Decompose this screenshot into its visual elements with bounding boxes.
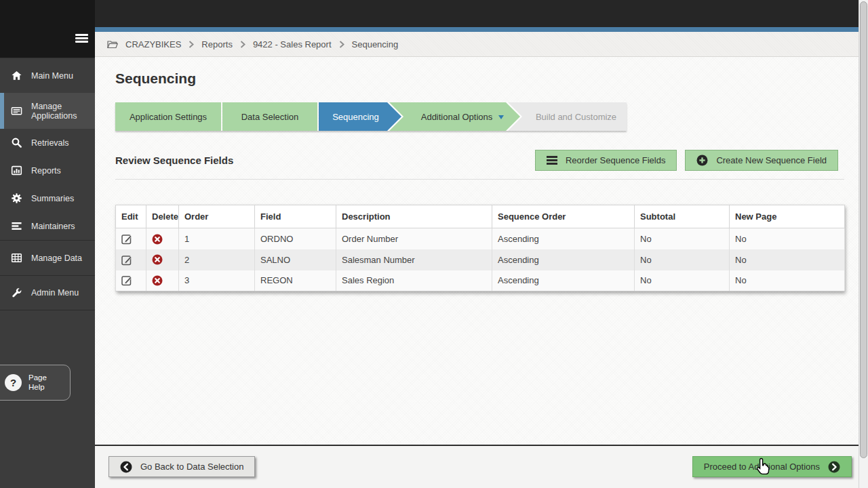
wizard-step-label: Application Settings — [130, 112, 207, 122]
wizard-step-label: Build and Customize — [536, 112, 616, 122]
breadcrumb: CRAZYBIKES Reports 9422 - Sales Report S… — [95, 32, 859, 57]
table-row: 1 ORDNO Order Number Ascending No No — [116, 228, 845, 249]
delete-icon[interactable] — [152, 275, 163, 286]
cell-order: 1 — [179, 228, 255, 249]
cell-description: Sales Region — [336, 270, 492, 291]
proceed-button[interactable]: Proceed to Additional Options — [692, 456, 852, 477]
cell-sequence-order: Ascending — [492, 228, 635, 249]
page-body: Sequencing Application Settings Data Sel… — [95, 57, 859, 445]
sidebar-item-manage-applications[interactable]: Manage Applications — [0, 93, 95, 129]
column-header-field: Field — [255, 205, 336, 228]
cell-field: SALNO — [255, 249, 336, 270]
sidebar-item-label: Main Menu — [31, 71, 73, 81]
table-row: 2 SALNO Salesman Number Ascending No No — [116, 249, 845, 270]
column-header-new-page: New Page — [730, 205, 845, 228]
table-row: 3 REGON Sales Region Ascending No No — [116, 270, 845, 291]
cell-subtotal: No — [635, 249, 730, 270]
footer-bar: Go Back to Data Selection Proceed to Add… — [95, 445, 859, 488]
chevron-right-icon — [240, 41, 245, 48]
reorder-icon — [547, 156, 557, 165]
column-header-subtotal: Subtotal — [635, 205, 730, 228]
breadcrumb-item-crazybikes[interactable]: CRAZYBIKES — [125, 39, 181, 49]
wizard-stepper: Application Settings Data Selection Sequ… — [115, 102, 627, 131]
breadcrumb-item-sales-report[interactable]: 9422 - Sales Report — [253, 39, 332, 49]
wizard-step-label: Data Selection — [241, 112, 299, 122]
create-new-sequence-field-button[interactable]: Create New Sequence Field — [685, 150, 838, 171]
plus-circle-icon — [696, 155, 708, 166]
reorder-sequence-fields-button[interactable]: Reorder Sequence Fields — [535, 150, 677, 171]
cell-order: 3 — [179, 270, 255, 291]
sidebar-item-main-menu[interactable]: Main Menu — [0, 58, 95, 93]
sidebar-item-summaries[interactable]: Summaries — [0, 184, 95, 212]
sidebar-item-reports[interactable]: Reports — [0, 157, 95, 184]
column-header-edit: Edit — [116, 205, 146, 228]
scrollbar-thumb[interactable] — [860, 1, 867, 458]
sidebar-item-retrievals[interactable]: Retrievals — [0, 129, 95, 157]
main-content: CRAZYBIKES Reports 9422 - Sales Report S… — [95, 27, 859, 488]
table-header-row: Edit Delete Order Field Description Sequ… — [116, 205, 845, 228]
search-icon — [9, 137, 23, 148]
page-help-label: Page Help — [28, 373, 53, 392]
button-label: Create New Sequence Field — [716, 155, 827, 165]
applications-icon — [9, 105, 23, 117]
section-heading: Review Sequence Fields — [115, 155, 233, 166]
delete-icon[interactable] — [152, 234, 163, 245]
circle-arrow-right-icon — [828, 461, 840, 473]
sidebar-item-manage-data[interactable]: Manage Data — [0, 240, 95, 275]
section-actions: Reorder Sequence Fields Create New Seque… — [535, 150, 838, 171]
page-help-button[interactable]: ? Page Help — [0, 365, 71, 401]
sidebar-item-label: Manage Applications — [31, 102, 91, 121]
breadcrumb-item-sequencing: Sequencing — [352, 39, 399, 49]
sidebar-item-admin-menu[interactable]: Admin Menu — [0, 275, 95, 310]
grid-icon — [9, 252, 23, 264]
vertical-scrollbar[interactable] — [859, 0, 868, 488]
wizard-step-sequencing: Sequencing — [319, 102, 403, 131]
cell-new-page: No — [730, 228, 845, 249]
sidebar-item-maintainers[interactable]: Maintainers — [0, 212, 95, 240]
chevron-right-icon — [189, 41, 194, 48]
cell-description: Salesman Number — [336, 249, 492, 270]
sidebar-header — [0, 0, 95, 58]
edit-icon[interactable] — [121, 254, 133, 266]
column-header-delete: Delete — [146, 205, 179, 228]
question-mark-icon: ? — [5, 374, 22, 391]
sidebar-item-label: Maintainers — [31, 222, 75, 231]
wizard-step-text: Additional Options — [421, 112, 493, 122]
top-bar — [95, 0, 859, 27]
breadcrumb-item-reports[interactable]: Reports — [201, 39, 233, 49]
cell-new-page: No — [730, 249, 845, 270]
cell-order: 2 — [179, 249, 255, 270]
sidebar: Main Menu Manage Applications Retrievals… — [0, 0, 95, 488]
cell-subtotal: No — [635, 270, 730, 291]
sequence-fields-table: Edit Delete Order Field Description Sequ… — [115, 205, 844, 291]
circle-arrow-left-icon — [120, 461, 132, 473]
cell-new-page: No — [730, 270, 845, 291]
button-label: Proceed to Additional Options — [704, 462, 820, 472]
sidebar-item-label: Manage Data — [31, 253, 82, 263]
cell-field: ORDNO — [255, 228, 336, 249]
button-label: Go Back to Data Selection — [140, 462, 243, 472]
page-title: Sequencing — [115, 70, 859, 87]
delete-icon[interactable] — [152, 254, 163, 265]
go-back-button[interactable]: Go Back to Data Selection — [108, 456, 255, 477]
wizard-step-application-settings[interactable]: Application Settings — [115, 102, 221, 131]
cell-subtotal: No — [635, 228, 730, 249]
edit-icon[interactable] — [121, 274, 133, 286]
wizard-step-build-and-customize: Build and Customize — [508, 102, 627, 131]
sidebar-item-label: Retrievals — [31, 138, 69, 148]
cell-sequence-order: Ascending — [492, 249, 635, 270]
list-icon — [9, 220, 23, 232]
wizard-step-additional-options[interactable]: Additional Options — [389, 102, 522, 131]
hamburger-menu-icon[interactable] — [75, 34, 88, 44]
wrench-icon — [9, 287, 23, 299]
column-header-sequence-order: Sequence Order — [492, 205, 635, 228]
wizard-step-label: Sequencing — [332, 112, 390, 122]
home-icon — [9, 70, 23, 81]
wizard-step-data-selection[interactable]: Data Selection — [222, 102, 317, 131]
wizard-step-label: Additional Options — [408, 112, 505, 122]
section-divider — [115, 179, 844, 180]
section-header-row: Review Sequence Fields Reorder Sequence … — [115, 150, 838, 171]
edit-icon[interactable] — [121, 233, 133, 245]
chevron-down-icon[interactable] — [498, 115, 504, 122]
chevron-right-icon — [339, 41, 344, 48]
